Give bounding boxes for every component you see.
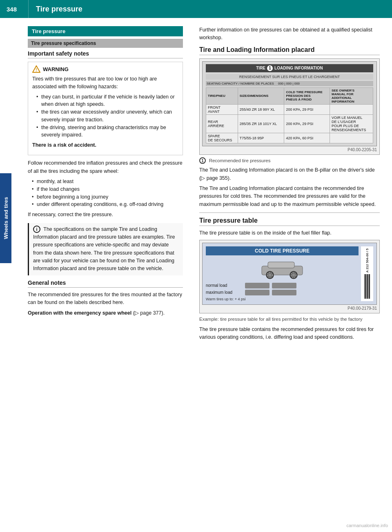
left-column: Tire pressure Tire pressure specificatio… <box>16 26 191 344</box>
further-info-text: Further information on tire pressures ca… <box>199 26 380 42</box>
placard-subtitle: SEATING CAPACITY / NOMBRE DE PLACES <box>207 82 274 85</box>
operation-text: Operation with the emergency spare wheel… <box>28 309 183 317</box>
placard-top-bar: TIRE 1 LOADING INFORMATION <box>206 64 373 72</box>
info-box: i The specifications on the sample Tire … <box>28 223 183 275</box>
correct-text: If necessary, correct the tire pressure. <box>28 211 183 219</box>
page-number: 348 <box>0 0 29 18</box>
warning-bullets-list: they can burst, in particular if the veh… <box>32 93 178 139</box>
side-panel: Wheels and tires <box>0 18 16 352</box>
svg-rect-15 <box>369 274 370 299</box>
pressure-row-normal: normal load <box>206 283 359 288</box>
placard-fr-label: RENSEIGNEMENT SUR LES PNEUS ET LE CHARGE… <box>206 74 373 80</box>
warm-note: Warm tires up to: + 4 psi <box>206 297 359 301</box>
cold-pressure-image: COLD TIRE PRESSURE <box>199 240 380 313</box>
info-text: The specifications on the sample Tire an… <box>33 226 175 272</box>
header-bar: 348 Tire pressure <box>0 0 392 18</box>
barcode-text: A 212 504-00 / 5 <box>365 248 369 273</box>
placard-caption-1: Recommended tire pressures <box>209 158 271 163</box>
check-bullet-1: monthly, at least <box>32 178 183 186</box>
placard-caption-2: The Tire and Loading Information placard… <box>199 166 380 182</box>
placard-section-title: Tire and Loading Information placard <box>199 46 380 55</box>
col-pressure: COLD TIRE PRESSUREPRESSION DESPNEUS À FR… <box>284 87 330 104</box>
cell-tire-1: FRONTAVANT <box>206 104 238 114</box>
col-note: SEE OWNER'SMANUAL FORADDITIONALINFORMATI… <box>330 87 373 104</box>
placard-table: TIRE/PNEU SIZE/DIMENSIONS COLD TIRE PRES… <box>206 87 373 143</box>
cell-note-3 <box>330 133 373 143</box>
svg-point-5 <box>268 273 272 277</box>
normal-block-1 <box>245 283 270 288</box>
svg-rect-14 <box>368 274 369 299</box>
table-row-rear: REARARRIÈRE 285/35 ZR 18 101Y XL 200 KPA… <box>206 114 373 133</box>
barcode-svg <box>364 274 370 299</box>
svg-rect-13 <box>367 274 368 299</box>
side-tab-label: Wheels and tires <box>3 197 9 239</box>
svg-rect-12 <box>366 274 367 299</box>
svg-rect-10 <box>364 274 365 299</box>
operation-page: (▷ page 377). <box>131 310 165 316</box>
pressure-rows: normal load maximum load <box>206 283 359 295</box>
table-row-front: FRONTAVANT 255/40 ZR 18 99Y XL 200 KPA, … <box>206 104 373 114</box>
cold-pressure-main: COLD TIRE PRESSURE <box>206 246 359 301</box>
placard-values: 000 | 000 | 000 <box>278 82 300 85</box>
general-text: The recommended tire pressures for the t… <box>28 291 183 307</box>
page-wrapper: Wheels and tires Tire pressure Tire pres… <box>0 18 392 352</box>
cell-pressure-3: 420 KPA, 60 PSI <box>284 133 330 143</box>
car-diagram <box>206 258 359 280</box>
warning-header: ! WARNING <box>32 65 178 73</box>
normal-load-label: normal load <box>206 283 243 288</box>
barcode-area: A 212 504-00 / 5 <box>361 246 373 301</box>
cold-caption: Example: tire pressure table for all tir… <box>199 316 380 322</box>
check-bullet-3: before beginning a long journey <box>32 193 183 201</box>
svg-point-7 <box>292 273 295 277</box>
cold-text: The tire pressure table contains the rec… <box>199 326 380 342</box>
operation-bold: Operation with the emergency spare wheel <box>28 310 131 316</box>
important-safety-title: Important safety notes <box>28 50 183 58</box>
cold-title: COLD TIRE PRESSURE <box>206 246 359 255</box>
pressure-table-text: The tire pressure table is on the inside… <box>199 229 380 237</box>
right-column: Further information on tire pressures ca… <box>191 26 392 344</box>
placard-top-label2: LOADING INFORMATION <box>274 66 323 70</box>
check-bullets-list: monthly, at least if the load changes be… <box>28 178 183 208</box>
cell-size-1: 255/40 ZR 18 99Y XL <box>238 104 284 114</box>
cell-tire-2: REARARRIÈRE <box>206 114 238 133</box>
placard-image: TIRE 1 LOADING INFORMATION RENSEIGNEMENT… <box>199 58 380 155</box>
check-bullet-2: if the load changes <box>32 186 183 193</box>
placard-caption-1-row: 1 Recommended tire pressures <box>199 157 380 164</box>
warning-label: WARNING <box>43 66 69 72</box>
normal-block-2 <box>272 283 296 288</box>
placard-ref: P40.00-2205-31 <box>202 148 377 152</box>
svg-text:!: ! <box>36 68 37 72</box>
col-tire: TIRE/PNEU <box>206 87 238 104</box>
warning-bullet-1: they can burst, in particular if the veh… <box>36 93 178 109</box>
placard-caption-3: The Tire and Loading Information placard… <box>199 185 380 208</box>
max-block-2 <box>272 290 296 295</box>
col-size: SIZE/DIMENSIONS <box>238 87 284 104</box>
placard-inner: TIRE 1 LOADING INFORMATION RENSEIGNEMENT… <box>202 61 377 146</box>
side-tab: Wheels and tires <box>0 173 11 263</box>
warning-triangle-icon: ! <box>32 65 40 73</box>
header-title: Tire pressure <box>29 5 82 13</box>
max-block-1 <box>245 290 270 295</box>
cell-pressure-2: 200 KPA, 29 PSI <box>284 114 330 133</box>
cell-size-2: 285/35 ZR 18 101Y XL <box>238 114 284 133</box>
cell-note-1 <box>330 104 373 114</box>
warning-bullet-2: the tires can wear excessively and/or un… <box>36 108 178 124</box>
check-bullet-4: under different operating conditions, e.… <box>32 201 183 208</box>
caption-circle-1: 1 <box>199 157 206 164</box>
section-header-teal: Tire pressure <box>28 26 183 36</box>
warning-bullet-3: the driving, steering and braking charac… <box>36 124 178 139</box>
warning-box: ! WARNING Tires with tire pressures that… <box>28 62 183 155</box>
placard-table-header: TIRE/PNEU SIZE/DIMENSIONS COLD TIRE PRES… <box>206 87 373 104</box>
cell-note-2: VOIR LE MANUELDE L'USAGERPOUR PLUS DEREN… <box>330 114 373 133</box>
placard-table-body: FRONTAVANT 255/40 ZR 18 99Y XL 200 KPA, … <box>206 104 373 143</box>
cell-pressure-1: 200 KPA, 29 PSI <box>284 104 330 114</box>
svg-rect-11 <box>365 274 366 299</box>
info-icon: i <box>33 226 40 233</box>
placard-top-label1: TIRE <box>256 66 265 70</box>
svg-rect-3 <box>268 262 294 268</box>
divider-1 <box>199 212 380 213</box>
placard-subtitle-row: SEATING CAPACITY / NOMBRE DE PLACES 000 … <box>206 81 373 86</box>
cold-pressure-content: COLD TIRE PRESSURE <box>206 246 373 301</box>
subsection-header-gray: Tire pressure specifications <box>28 39 183 48</box>
risk-text: There is a risk of accident. <box>32 141 178 149</box>
